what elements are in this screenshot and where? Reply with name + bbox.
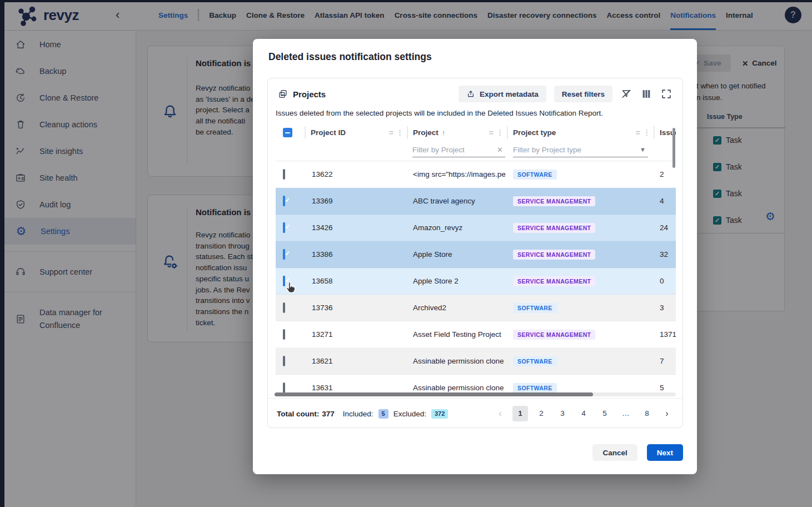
project-type-badge: SERVICE MANAGEMENT (513, 223, 595, 233)
horizontal-scrollbar-track (275, 392, 676, 396)
export-metadata-button[interactable]: Export metadata (459, 86, 546, 102)
project-type-badge: SERVICE MANAGEMENT (513, 250, 595, 260)
row-checkbox-unchecked[interactable] (283, 169, 285, 180)
modal-next-button[interactable]: Next (647, 444, 683, 461)
issue-count-cell: 1371 (654, 330, 676, 339)
modal-footer: Cancel Next (592, 444, 683, 461)
upload-icon (466, 90, 475, 98)
row-checkbox-checked[interactable] (283, 196, 285, 206)
project-type-cell: SERVICE MANAGEMENT (507, 196, 654, 206)
project-type-badge: SOFTWARE (513, 383, 557, 393)
projects-card-actions: Export metadata Reset filters (459, 86, 672, 102)
project-type-cell: SERVICE MANAGEMENT (507, 276, 654, 286)
chevron-down-icon[interactable]: ▼ (637, 146, 648, 153)
row-checkbox-cell (276, 357, 305, 365)
columns-icon[interactable] (640, 88, 652, 100)
project-name-cell: <img src="https://images.pe (407, 170, 507, 178)
project-name-cell: Asset Field Testing Project (407, 330, 507, 339)
project-id-cell: 13631 (305, 384, 407, 392)
table-row-13658[interactable]: 13658Apple Store 2SERVICE MANAGEMENT0 (276, 268, 676, 295)
project-name-cell: Archived2 (407, 304, 507, 312)
column-header-project-id[interactable]: Project ID =⋮ (305, 124, 407, 141)
project-filter-input[interactable]: Filter by Project ✕ (412, 143, 505, 157)
issue-count-cell: 5 (654, 384, 676, 392)
project-name-cell: ABC travel agency (407, 197, 507, 205)
project-name-cell: Assinable permission clone (407, 357, 507, 365)
column-menu-icon[interactable]: ⋮ (396, 128, 403, 137)
project-id-cell: 13386 (305, 250, 407, 259)
deleted-issues-modal: Deleted issues notification settings Pro… (253, 39, 697, 474)
project-name-cell: Amazon_revyz (407, 223, 507, 232)
row-checkbox-unchecked[interactable] (283, 329, 285, 340)
clear-filter-icon[interactable] (620, 88, 632, 100)
select-all-checkbox[interactable] (283, 128, 292, 137)
row-checkbox-cell (276, 384, 305, 392)
projects-card-header: Projects Export metadata Reset filters (268, 85, 683, 103)
table-header-row: Project ID =⋮ Project ↑ =⋮ Project type … (276, 124, 676, 141)
pagination-page-5[interactable]: 5 (597, 406, 612, 421)
project-id-cell: 13658 (305, 277, 407, 285)
projects-table: Project ID =⋮ Project ↑ =⋮ Project type … (276, 124, 676, 396)
column-drag-handle-icon[interactable]: = (489, 128, 493, 137)
project-type-cell: SOFTWARE (507, 170, 654, 180)
project-type-cell: SERVICE MANAGEMENT (507, 250, 654, 260)
row-checkbox-cell (276, 304, 305, 312)
issue-count-cell: 2 (654, 170, 676, 178)
pagination-page-8[interactable]: 8 (639, 406, 655, 421)
table-row-13369[interactable]: 13369ABC travel agencySERVICE MANAGEMENT… (276, 188, 676, 215)
reset-filters-button[interactable]: Reset filters (554, 86, 612, 102)
project-type-filter-select[interactable]: Filter by Project type ▼ (513, 143, 648, 157)
pagination-page-4[interactable]: 4 (576, 406, 591, 421)
table-row-13621[interactable]: 13621Assinable permission cloneSOFTWARE7 (276, 348, 676, 375)
issue-count-cell: 0 (654, 277, 676, 285)
pagination-prev-icon[interactable]: ‹ (494, 406, 507, 421)
column-header-project-type[interactable]: Project type =⋮ (507, 124, 654, 141)
pagination-page-2[interactable]: 2 (534, 406, 549, 421)
row-checkbox-unchecked[interactable] (283, 382, 285, 393)
row-checkbox-unchecked[interactable] (283, 356, 285, 366)
row-checkbox-cell (276, 277, 305, 285)
pagination-page-3[interactable]: 3 (555, 406, 570, 421)
project-type-badge: SOFTWARE (513, 170, 557, 180)
row-checkbox-cell (276, 170, 305, 178)
horizontal-scrollbar[interactable] (275, 392, 593, 396)
project-id-cell: 13621 (305, 357, 407, 365)
column-header-project[interactable]: Project ↑ =⋮ (407, 124, 507, 141)
fullscreen-icon[interactable] (660, 88, 672, 100)
column-drag-handle-icon[interactable]: = (389, 128, 393, 137)
project-id-cell: 13736 (305, 304, 407, 312)
column-menu-icon[interactable]: ⋮ (643, 128, 650, 137)
row-checkbox-cell (276, 223, 305, 232)
project-type-badge: SERVICE MANAGEMENT (513, 276, 595, 286)
project-name-cell: Apple Store 2 (407, 277, 507, 285)
pagination: ‹12345…8› (494, 406, 674, 421)
pagination-next-icon[interactable]: › (660, 406, 674, 421)
table-body: 13622<img src="https://images.peSOFTWARE… (276, 161, 676, 396)
project-type-badge: SERVICE MANAGEMENT (513, 330, 595, 340)
pagination-ellipsis: … (618, 406, 634, 421)
table-row-13622[interactable]: 13622<img src="https://images.peSOFTWARE… (276, 161, 676, 188)
projects-card-title: Projects (278, 89, 326, 99)
clear-icon[interactable]: ✕ (495, 146, 505, 154)
count-summary: Total count: 377 Included: 5 Excluded: 3… (277, 409, 448, 419)
row-checkbox-checked[interactable] (283, 249, 285, 260)
modal-cancel-button[interactable]: Cancel (592, 444, 637, 461)
issue-count-cell: 3 (654, 304, 676, 312)
sort-ascending-icon: ↑ (442, 128, 446, 137)
table-row-13736[interactable]: 13736Archived2SOFTWARE3 (276, 295, 676, 321)
column-menu-icon[interactable]: ⋮ (496, 128, 504, 137)
row-checkbox-unchecked[interactable] (283, 302, 285, 313)
row-checkbox-checked[interactable] (283, 222, 285, 233)
pagination-page-1[interactable]: 1 (512, 406, 528, 421)
projects-card: Projects Export metadata Reset filters (267, 78, 683, 428)
issue-count-cell: 24 (654, 223, 676, 232)
select-all-cell (276, 124, 305, 141)
table-filter-row: Filter by Project ✕ Filter by Project ty… (276, 141, 676, 161)
vertical-scrollbar[interactable] (672, 128, 675, 168)
column-drag-handle-icon[interactable]: = (636, 128, 640, 137)
table-row-13386[interactable]: 13386Apple StoreSERVICE MANAGEMENT32 (276, 241, 676, 268)
row-checkbox-checked[interactable] (283, 276, 285, 286)
table-row-13271[interactable]: 13271Asset Field Testing ProjectSERVICE … (276, 321, 676, 348)
projects-card-description: Issues deleted from the selected project… (276, 109, 603, 117)
table-row-13426[interactable]: 13426Amazon_revyzSERVICE MANAGEMENT24 (276, 215, 676, 241)
